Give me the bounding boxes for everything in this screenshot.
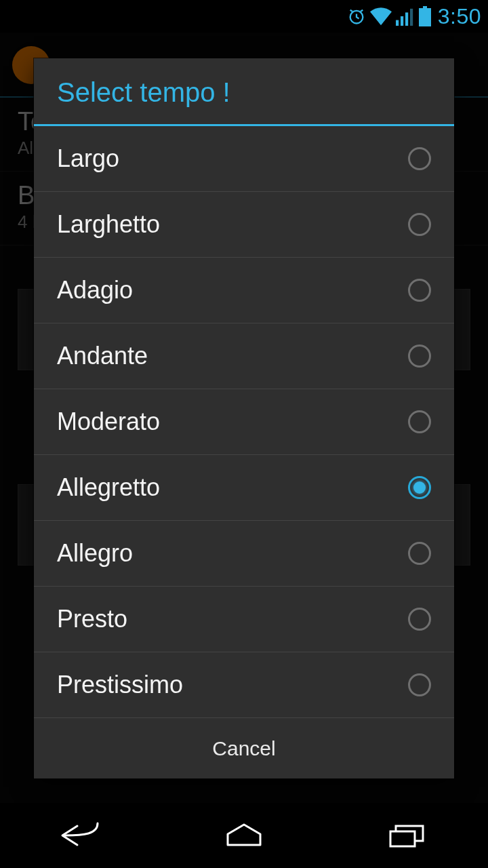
dialog-title: Select tempo ! [34,58,454,124]
tempo-option-label: Larghetto [57,210,160,239]
tempo-option-label: Presto [57,605,127,633]
tempo-option[interactable]: Larghetto [34,192,454,258]
tempo-option-label: Allegro [57,539,133,568]
tempo-option[interactable]: Allegretto [34,455,454,521]
back-icon [57,822,106,849]
cancel-button[interactable]: Cancel [34,717,454,778]
cancel-button-label: Cancel [212,737,275,760]
svg-rect-1 [396,20,399,26]
wifi-icon [370,7,392,26]
recent-apps-icon [388,822,426,849]
status-time: 3:50 [438,4,481,29]
tempo-option-label: Moderato [57,408,160,436]
svg-rect-2 [401,16,403,26]
navigation-bar [0,803,488,868]
tempo-option-label: Largo [57,144,119,173]
tempo-option-label: Allegretto [57,473,160,502]
radio-icon [408,344,431,368]
radio-icon [408,279,431,302]
nav-home-button[interactable] [197,814,291,857]
status-bar: 3:50 [0,0,488,33]
svg-rect-7 [390,831,415,846]
svg-rect-4 [410,9,413,26]
tempo-option-label: Prestissimo [57,671,183,699]
svg-rect-5 [423,6,427,8]
radio-icon [408,147,431,170]
nav-recent-button[interactable] [359,814,454,857]
nav-back-button[interactable] [34,814,129,857]
tempo-options-list: LargoLarghettoAdagioAndanteModeratoAlleg… [34,126,454,717]
radio-icon [408,608,431,631]
radio-icon [408,213,431,236]
svg-rect-3 [405,12,408,26]
radio-icon [408,673,431,696]
tempo-option[interactable]: Allegro [34,521,454,587]
tempo-option-label: Andante [57,342,148,370]
radio-icon [408,410,431,433]
radio-icon [408,476,431,499]
tempo-option[interactable]: Presto [34,587,454,652]
signal-icon [396,7,415,26]
radio-icon [408,542,431,565]
svg-rect-6 [419,8,431,26]
tempo-option-label: Adagio [57,276,133,304]
home-icon [224,822,264,849]
tempo-option[interactable]: Andante [34,323,454,389]
tempo-option[interactable]: Moderato [34,389,454,455]
tempo-option[interactable]: Largo [34,126,454,192]
alarm-icon [347,7,366,26]
tempo-option[interactable]: Adagio [34,258,454,323]
tempo-option[interactable]: Prestissimo [34,652,454,717]
battery-icon [419,6,431,26]
select-tempo-dialog: Select tempo ! LargoLarghettoAdagioAndan… [34,58,454,778]
